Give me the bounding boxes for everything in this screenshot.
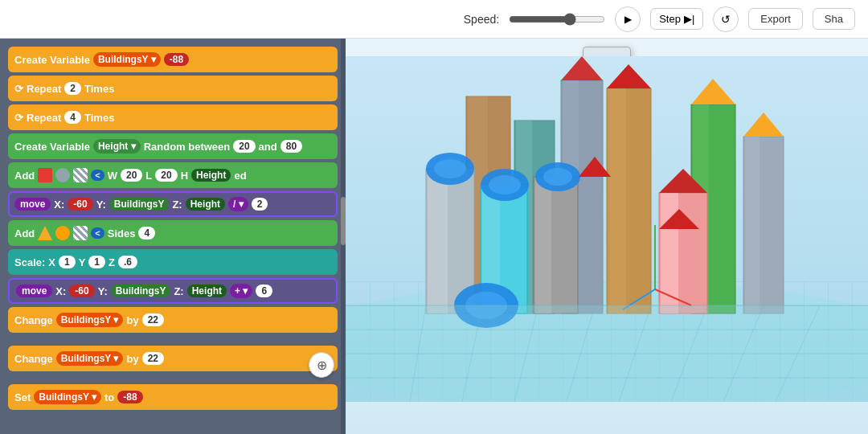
reset-button[interactable]: ↺ <box>713 6 739 32</box>
block-text: Create Variable <box>14 54 90 66</box>
move2-z: Height <box>187 285 227 297</box>
lt-icon-2: < <box>91 227 104 239</box>
svg-point-31 <box>489 175 521 194</box>
block-change-buildingsy-a[interactable]: Change BuildingsY ▾ by 22 <box>8 307 338 333</box>
main-area: Create Variable BuildingsY ▾ -88 ⟳ Repea… <box>0 39 868 434</box>
block-set-buildingsy[interactable]: Set BuildingsY ▾ to -88 <box>8 384 338 410</box>
height-var-ref: Height <box>191 169 231 182</box>
width-val: 20 <box>121 169 142 182</box>
block-create-var-buildingsy[interactable]: Create Variable BuildingsY ▾ -88 <box>8 47 338 72</box>
step-icon: ▶| <box>684 13 694 25</box>
move1-x: -60 <box>68 198 92 211</box>
random-min: 20 <box>233 140 255 153</box>
repeat-count-4: 4 <box>64 111 81 124</box>
step-label: Step <box>659 13 681 25</box>
toolbar: Speed: ▶ Step ▶| ↺ Export Sha <box>0 0 868 39</box>
block-create-var-height[interactable]: Create Variable Height ▾ Random between … <box>8 133 338 159</box>
block-move-1[interactable]: move X: -60 Y: BuildingsY Z: Height / ▾ … <box>8 191 338 217</box>
length-val: 20 <box>155 169 177 182</box>
zoom-panel-button[interactable]: ⊕ <box>309 352 334 378</box>
change-val-b: 22 <box>142 352 164 365</box>
code-panel[interactable]: Create Variable BuildingsY ▾ -88 ⟳ Repea… <box>0 39 346 434</box>
repeat-icon-2: ⟳ <box>14 112 23 124</box>
diag2-shape-icon <box>73 226 88 240</box>
move2-x: -60 <box>69 285 94 297</box>
svg-rect-17 <box>745 137 760 313</box>
repeat-count-2: 2 <box>64 82 81 95</box>
change-dropdown-a[interactable]: BuildingsY ▾ <box>56 313 124 327</box>
value-neg88: -88 <box>164 53 189 66</box>
lt-icon: < <box>91 170 104 181</box>
block-scale[interactable]: Scale: X 1 Y 1 Z .6 <box>8 249 338 275</box>
cityscape-svg <box>346 56 868 402</box>
svg-rect-11 <box>608 88 626 313</box>
cube-shape-icon <box>38 168 52 182</box>
yellow-circle-icon <box>55 226 70 240</box>
svg-rect-24 <box>535 177 551 313</box>
diag-shape-icon <box>73 168 88 182</box>
speed-label: Speed: <box>464 13 499 26</box>
random-max: 80 <box>280 140 302 153</box>
move1-op-dropdown[interactable]: / ▾ <box>228 197 248 211</box>
viewport: BACK + − <box>346 39 868 434</box>
repeat-icon: ⟳ <box>14 83 23 95</box>
scale-z: .6 <box>118 256 137 268</box>
sides-val: 4 <box>138 227 155 240</box>
change-val-a: 22 <box>142 313 164 326</box>
move-label-1: move <box>14 198 51 211</box>
change-dropdown-b[interactable]: BuildingsY ▾ <box>56 351 124 366</box>
svg-point-33 <box>543 168 572 186</box>
move-label-2: move <box>16 285 52 297</box>
step-button[interactable]: Step ▶| <box>650 8 703 30</box>
speed-slider[interactable] <box>509 13 605 26</box>
share-button[interactable]: Sha <box>813 8 855 30</box>
block-add-cone[interactable]: Add < Sides 4 <box>8 220 338 246</box>
scale-x: 1 <box>59 256 76 268</box>
reset-icon: ↺ <box>721 13 731 26</box>
block-add-shapes[interactable]: Add < W 20 L 20 H Height ed <box>8 162 338 188</box>
svg-point-29 <box>434 159 466 178</box>
move2-y: BuildingsY <box>111 285 171 297</box>
block-repeat-2[interactable]: ⟳ Repeat 2 Times <box>8 76 338 101</box>
block-change-buildingsy-b[interactable]: Change BuildingsY ▾ by 22 <box>8 346 338 371</box>
move2-val: 6 <box>256 285 272 297</box>
move1-val: 2 <box>252 198 268 211</box>
cone-shape-icon <box>38 226 52 240</box>
sphere-shape-icon <box>55 168 70 182</box>
var-dropdown-buildingsy[interactable]: BuildingsY ▾ <box>93 52 161 67</box>
scale-y: 1 <box>88 256 105 268</box>
move2-op-dropdown[interactable]: + ▾ <box>230 284 252 298</box>
svg-rect-20 <box>428 169 448 313</box>
block-move-2[interactable]: move X: -60 Y: BuildingsY Z: Height + ▾ … <box>8 278 338 304</box>
var-dropdown-height[interactable]: Height ▾ <box>93 139 141 154</box>
zoom-icon: ⊕ <box>317 358 327 373</box>
set-dropdown[interactable]: BuildingsY ▾ <box>34 390 101 404</box>
move1-y: BuildingsY <box>109 198 170 211</box>
set-val: -88 <box>117 391 142 403</box>
block-repeat-4[interactable]: ⟳ Repeat 4 Times <box>8 104 338 130</box>
play-button[interactable]: ▶ <box>615 6 641 32</box>
move1-z: Height <box>186 198 225 211</box>
export-button[interactable]: Export <box>748 8 803 30</box>
